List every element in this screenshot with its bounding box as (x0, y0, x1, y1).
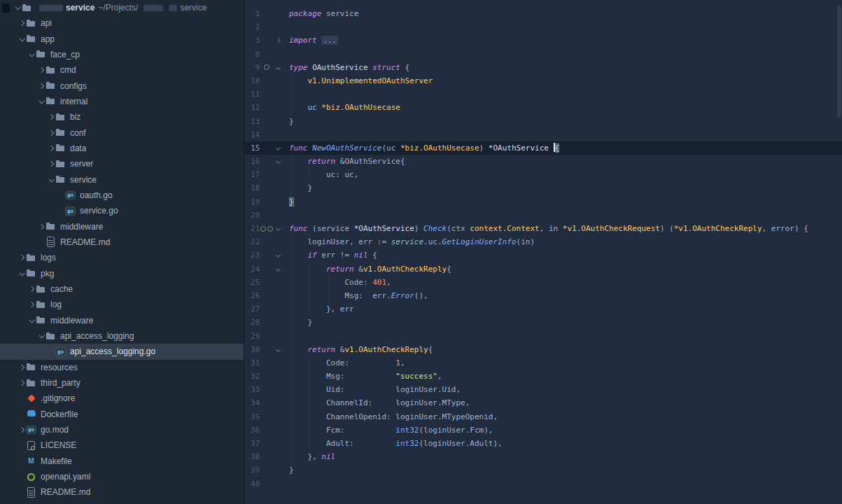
chevron-right-icon[interactable] (18, 427, 24, 433)
code-text[interactable]: loginUser, err := service.uc.GetLoginUse… (285, 235, 842, 248)
tree-item[interactable]: middleware (0, 313, 244, 328)
tree-item[interactable]: Makefile (0, 454, 244, 469)
chevron-down-icon[interactable] (38, 332, 44, 338)
code-line[interactable]: 35 ChannelOpenid: loginUser.MTypeOpenid, (244, 410, 842, 424)
code-text[interactable]: Msg: "success", (285, 370, 842, 383)
tree-item[interactable]: api (0, 15, 244, 31)
tree-item[interactable]: README.md (0, 484, 244, 500)
code-text[interactable] (285, 20, 842, 34)
code-text[interactable]: Adult: int32(loginUser.Adult), (285, 437, 842, 450)
code-line[interactable]: 28 } (244, 316, 842, 329)
code-text[interactable] (285, 48, 842, 61)
code-text[interactable]: Uid: loginUser.Uid, (285, 383, 842, 396)
scrollbar-thumb[interactable] (837, 6, 841, 118)
chevron-down-icon[interactable] (48, 176, 54, 182)
code-text[interactable]: uc *biz.OAuthUsecase (285, 101, 842, 114)
fold-chevron-icon[interactable] (275, 159, 280, 164)
tree-item[interactable]: conf (0, 125, 244, 140)
code-line[interactable]: 9type OAuthService struct { (244, 61, 842, 74)
code-text[interactable]: }, nil (285, 450, 842, 463)
chevron-down-icon[interactable] (29, 51, 34, 57)
tree-item[interactable]: .gitignore (0, 391, 244, 406)
code-line[interactable]: 29 (244, 330, 842, 343)
code-text[interactable]: } (285, 463, 842, 477)
tree-item[interactable]: api_access_logging.go (0, 344, 244, 359)
chevron-right-icon[interactable] (38, 67, 43, 73)
code-text[interactable]: Msg: err.Error(), (285, 289, 842, 302)
code-text[interactable] (285, 128, 842, 141)
code-text[interactable] (285, 88, 842, 101)
code-line[interactable]: 3import ... (244, 34, 842, 47)
code-text[interactable]: package service (285, 7, 842, 20)
code-text[interactable]: uc: uc, (285, 168, 842, 181)
code-text[interactable]: func NewOAuthService(uc *biz.OAuthUsecas… (285, 141, 842, 155)
tree-item[interactable]: service.go (0, 203, 244, 218)
tree-item[interactable]: Dockerfile (0, 407, 244, 422)
tree-item[interactable]: LICENSE (0, 438, 244, 453)
code-line[interactable]: 12 uc *biz.OAuthUsecase (244, 101, 842, 114)
code-line[interactable]: 8 (244, 48, 842, 61)
chevron-right-icon[interactable] (18, 20, 24, 26)
tree-item[interactable]: server (0, 156, 244, 172)
code-line[interactable]: 1package service (244, 7, 842, 20)
code-text[interactable]: type OAuthService struct { (285, 61, 842, 74)
code-text[interactable]: Fcm: int32(loginUser.Fcm), (285, 424, 842, 437)
code-text[interactable]: } (285, 316, 842, 329)
code-line[interactable]: 16 return &OAuthService{ (244, 155, 842, 168)
implements-icon[interactable] (260, 226, 266, 232)
code-area[interactable]: 1package service23import ...89type OAuth… (244, 7, 842, 491)
code-line[interactable]: 25 Code: 401, (244, 276, 842, 289)
tree-item[interactable]: internal (0, 94, 244, 109)
tree-item[interactable]: oauth.go (0, 188, 244, 203)
fold-chevron-icon[interactable] (275, 347, 280, 352)
chevron-right-icon[interactable] (48, 161, 53, 167)
fold-chevron-icon[interactable] (275, 253, 280, 258)
fold-chevron-icon[interactable] (275, 65, 280, 70)
chevron-down-icon[interactable] (19, 36, 24, 41)
chevron-right-icon[interactable] (48, 130, 53, 135)
code-text[interactable]: } (285, 181, 842, 195)
code-line[interactable]: 31 Code: 1, (244, 356, 842, 370)
code-text[interactable]: ChannelOpenid: loginUser.MTypeOpenid, (285, 410, 842, 424)
tree-item[interactable]: service (0, 172, 244, 187)
code-text[interactable]: ChannelId: loginUser.MType, (285, 396, 842, 410)
code-text[interactable] (285, 209, 842, 222)
tree-item[interactable]: biz (0, 109, 244, 125)
code-text[interactable]: Code: 1, (285, 356, 842, 370)
code-text[interactable]: Code: 401, (285, 276, 842, 289)
code-line[interactable]: 37 Adult: int32(loginUser.Adult), (244, 437, 842, 450)
code-line[interactable]: 13} (244, 115, 842, 128)
code-line[interactable]: 40 (244, 477, 842, 491)
chevron-right-icon[interactable] (38, 83, 43, 88)
tree-item[interactable]: go.mod (0, 422, 244, 438)
chevron-right-icon[interactable] (28, 286, 34, 292)
code-line[interactable]: 39} (244, 463, 842, 477)
code-line[interactable]: 10 v1.UnimplementedOAuthServer (244, 74, 842, 88)
code-line[interactable]: 27 }, err (244, 302, 842, 316)
chevron-right-icon[interactable] (18, 380, 24, 386)
code-line[interactable]: 34 ChannelId: loginUser.MType, (244, 396, 842, 410)
tree-item[interactable]: middleware (0, 218, 244, 234)
code-text[interactable]: } (285, 115, 842, 128)
code-line[interactable]: 22 loginUser, err := service.uc.GetLogin… (244, 235, 842, 248)
code-line[interactable]: 17 uc: uc, (244, 168, 842, 181)
tree-item[interactable]: configs (0, 78, 244, 93)
code-text[interactable] (285, 330, 842, 343)
code-line[interactable]: 18 } (244, 181, 842, 195)
chevron-right-icon[interactable] (18, 364, 24, 370)
tree-item[interactable]: third_party (0, 375, 244, 391)
implements-icon[interactable] (264, 64, 269, 70)
tree-item[interactable]: cache (0, 281, 244, 297)
code-line[interactable]: 26 Msg: err.Error(), (244, 289, 842, 302)
code-line[interactable]: 23 if err != nil { (244, 248, 842, 262)
code-line[interactable]: 24 return &v1.OAuthCheckReply{ (244, 262, 842, 276)
chevron-down-icon[interactable] (15, 4, 20, 10)
tree-item[interactable]: data (0, 141, 244, 156)
tree-item[interactable]: resources (0, 360, 244, 375)
chevron-right-icon[interactable] (38, 223, 43, 229)
code-line[interactable]: 21func (service *OAuthService) Check(ctx… (244, 222, 842, 235)
tree-item[interactable]: log (0, 297, 244, 312)
tree-item[interactable]: logs (0, 250, 244, 265)
implements-icon[interactable] (267, 226, 273, 232)
tree-item[interactable]: app (0, 31, 244, 46)
